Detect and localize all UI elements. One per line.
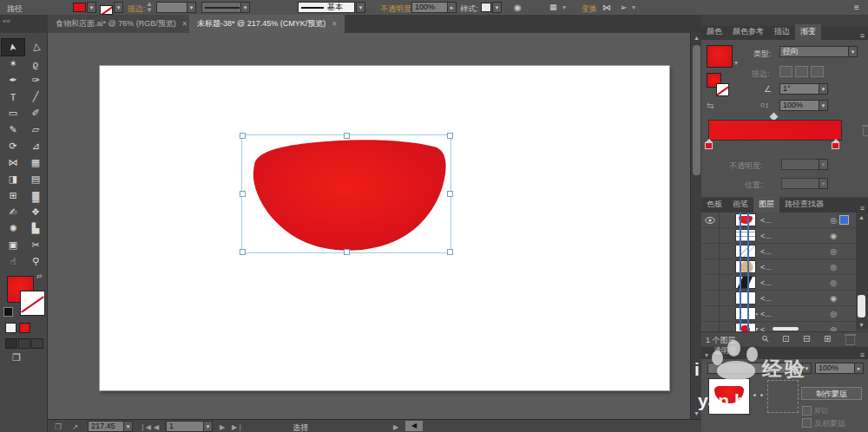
export-arrow-icon[interactable]: ↗: [72, 422, 79, 431]
zoom-field[interactable]: 217.45: [88, 421, 126, 432]
color-mode-button[interactable]: [5, 323, 16, 333]
gradient-type-dropdown[interactable]: ▾: [848, 46, 858, 57]
artboard-number-field[interactable]: 1: [166, 421, 206, 432]
width-tool[interactable]: ⋈: [2, 154, 24, 171]
object-thumbnail[interactable]: [708, 378, 750, 415]
fill-color-dropdown[interactable]: ▾: [87, 2, 96, 13]
default-fill-stroke-icon[interactable]: [3, 307, 13, 317]
lasso-tool[interactable]: ϱ: [24, 56, 47, 72]
gradient-stop-right[interactable]: [832, 139, 839, 149]
gradient-type-value[interactable]: 径向: [779, 46, 851, 57]
type-tool[interactable]: T: [2, 88, 24, 105]
artboard-tool[interactable]: ▣: [2, 237, 24, 253]
scroll-up-icon[interactable]: ▲: [856, 213, 867, 223]
draw-behind-mode-button[interactable]: [18, 338, 30, 349]
document-tab-active[interactable]: 未标题-38* @ 217.45% (CMYK/预览) ×: [189, 15, 345, 33]
draw-inside-mode-button[interactable]: [31, 338, 43, 349]
pencil-tool[interactable]: ✎: [2, 121, 24, 138]
tab-color[interactable]: 颜色: [701, 24, 727, 40]
scroll-thumb[interactable]: [858, 295, 865, 317]
close-icon[interactable]: ×: [332, 19, 337, 29]
hscroll-right-icon[interactable]: ▶: [393, 423, 398, 431]
hscroll-thumb[interactable]: ◀: [405, 421, 423, 431]
recolor-artwork-icon[interactable]: ◉: [514, 3, 522, 12]
zoom-dropdown[interactable]: ▾: [123, 421, 133, 432]
visibility-eye-icon[interactable]: [701, 259, 720, 274]
direct-selection-tool[interactable]: ▷: [24, 39, 47, 56]
column-graph-tool[interactable]: ▙: [24, 220, 47, 237]
document-tab[interactable]: 食物和店面.ai* @ 76% (RGB/预览) ×: [48, 15, 196, 33]
tab-transparency[interactable]: 透明度: [708, 344, 742, 359]
scroll-down-icon[interactable]: ▼: [856, 320, 867, 331]
variable-width-dropdown[interactable]: ▾: [240, 2, 250, 13]
aspect-ratio-field[interactable]: 100%: [779, 100, 821, 111]
layer-row[interactable]: <... ◎: [701, 275, 856, 291]
handle-ne[interactable]: [447, 133, 453, 139]
rotate-tool[interactable]: ⟳: [2, 138, 24, 154]
selection-tool[interactable]: ➤: [2, 39, 24, 56]
angle-dropdown[interactable]: ▾: [819, 83, 828, 95]
layer-row[interactable]: <... ◎: [701, 244, 856, 259]
first-artboard-icon[interactable]: ❘◀: [140, 423, 151, 431]
layer-row[interactable]: <... ◉: [701, 228, 856, 244]
layers-hscroll-thumb[interactable]: [773, 327, 799, 331]
panel-menu-icon[interactable]: ≡: [860, 31, 865, 40]
visibility-eye-icon[interactable]: [701, 306, 720, 321]
style-swatch[interactable]: [481, 3, 491, 12]
handle-n[interactable]: [344, 133, 350, 139]
new-layer-icon[interactable]: ⊞: [824, 334, 831, 344]
transform-link[interactable]: 变换: [582, 3, 597, 16]
aspect-ratio-dropdown[interactable]: ▾: [819, 100, 828, 111]
stroke-weight-link[interactable]: 描边:: [128, 3, 146, 16]
mask-thumbnail-placeholder[interactable]: [767, 380, 799, 413]
gradient-preset-dropdown[interactable]: ▾: [734, 59, 738, 67]
stroke-weight-stepper[interactable]: ▲▼: [146, 1, 154, 13]
eyedropper-tool[interactable]: ✍: [2, 204, 24, 220]
stroke-weight-field[interactable]: [156, 2, 189, 13]
gradient-stroke-proxy[interactable]: [716, 83, 729, 96]
target-circle-icon[interactable]: ◉: [830, 232, 837, 240]
stroke-color-dropdown[interactable]: ▾: [114, 2, 123, 13]
tab-pathfinder[interactable]: 路径查找器: [779, 197, 829, 213]
visibility-eye-icon[interactable]: [701, 228, 720, 243]
transparency-opacity-field[interactable]: 100%: [815, 363, 857, 374]
artboard-number-dropdown[interactable]: ▾: [203, 421, 213, 432]
brush-definition[interactable]: 基本: [298, 2, 355, 13]
target-circle-icon[interactable]: ◎: [830, 216, 837, 225]
angle-field[interactable]: 1°: [779, 83, 821, 95]
opacity-field[interactable]: 100%: [411, 2, 450, 13]
stroke-color-swatch[interactable]: [100, 5, 113, 15]
align-dropdown[interactable]: ▾: [562, 3, 566, 11]
paintbrush-tool[interactable]: ✐: [24, 105, 47, 121]
layers-scrollbar[interactable]: ▲ ▼: [856, 213, 868, 331]
swap-fill-stroke-icon[interactable]: ⇄: [36, 272, 43, 280]
transparency-opacity-arrow[interactable]: ▸: [854, 363, 864, 374]
gradient-stop-left[interactable]: [705, 139, 713, 149]
panel-menu-icon[interactable]: ≡: [860, 204, 865, 213]
tab-color-guide[interactable]: 颜色参考: [727, 24, 769, 40]
make-mask-button[interactable]: 制作蒙版: [801, 387, 862, 400]
gradient-mode-button[interactable]: [19, 323, 30, 333]
stroke-weight-dropdown[interactable]: ▾: [187, 2, 196, 13]
stroke-swatch[interactable]: [20, 291, 45, 316]
mesh-tool[interactable]: ⊞: [2, 187, 24, 204]
slice-tool[interactable]: ✂: [24, 237, 47, 253]
scroll-thumb[interactable]: [693, 45, 700, 175]
target-circle-icon[interactable]: ◉: [830, 294, 837, 303]
stroke-along-button[interactable]: [795, 66, 808, 77]
blend-tool[interactable]: ❖: [24, 204, 47, 220]
handle-e[interactable]: [447, 191, 453, 197]
toolbar-collapse-chevrons[interactable]: ««: [3, 17, 10, 25]
stroke-within-button[interactable]: [779, 66, 792, 77]
panel-menu-icon[interactable]: ≡: [860, 350, 865, 359]
gradient-slider-bar[interactable]: [708, 120, 842, 141]
canvas[interactable]: [48, 33, 690, 419]
layer-name[interactable]: <...: [760, 232, 772, 240]
align-center-icon[interactable]: ⋈: [602, 3, 611, 12]
visibility-eye-icon[interactable]: [701, 244, 720, 259]
target-circle-icon[interactable]: ◎: [830, 247, 837, 256]
screen-mode-icon[interactable]: ❐: [12, 352, 21, 363]
target-circle-icon[interactable]: ◎: [830, 263, 837, 272]
tab-brushes[interactable]: 画笔: [727, 197, 753, 213]
variable-width-profile[interactable]: [201, 2, 243, 13]
